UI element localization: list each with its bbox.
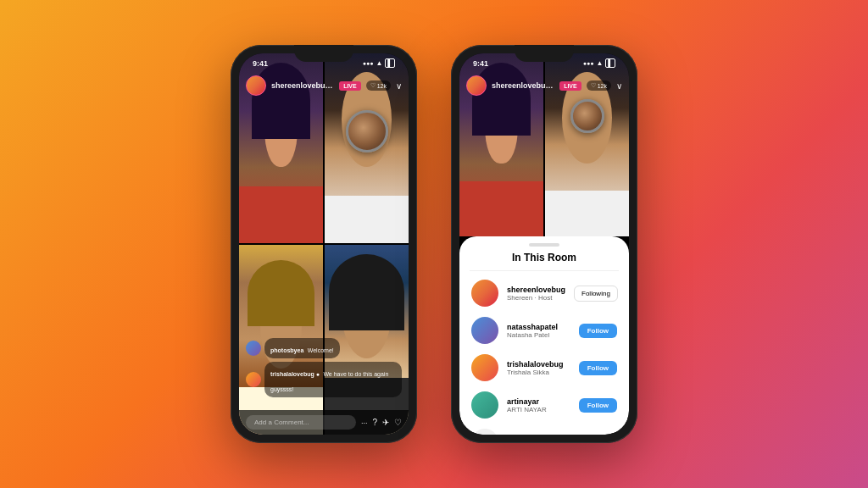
like-icon[interactable]: ♡ [394, 418, 402, 427]
notch [294, 45, 353, 62]
comment-2: trishalalovebug ● We have to do this aga… [246, 362, 402, 397]
room-item-1: shereenlovebug Shereen · Host Following [459, 274, 629, 312]
signal-icon-right: ●●● [583, 60, 594, 66]
viewers-right: ♡ 12k [587, 80, 611, 91]
room-info-2: natasshapatel Natasha Patel [507, 323, 570, 339]
time-right: 9:41 [473, 59, 488, 68]
time-left: 9:41 [253, 59, 268, 68]
bottom-bar-left: Add a Comment... ··· ? ✈ ♡ [239, 410, 409, 435]
comment-bubble-1: photosbyea Welcome! [264, 338, 340, 358]
room-username-3: trishalalovebug [507, 360, 570, 369]
room-info-4: artinayar ARTI NAYAR [507, 397, 570, 413]
battery-icon-left: ▌ [385, 58, 395, 68]
room-avatar-1 [471, 280, 498, 307]
live-header-left: shereenlovebug, n... LIVE ♡ 12k ∨ [239, 72, 409, 99]
room-username-2: natasshapatel [507, 323, 570, 331]
phone-screen-right: 9:41 ●●● ▲ ▌ shereenlovebug, n... LIVE ♡… [459, 53, 629, 435]
live-badge-left: LIVE [339, 81, 361, 91]
room-list: shereenlovebug Shereen · Host Following … [459, 271, 629, 435]
right-phone: 9:41 ●●● ▲ ▌ shereenlovebug, n... LIVE ♡… [451, 45, 637, 443]
heart-icon-left: ♡ [370, 82, 376, 89]
room-avatar-2 [471, 317, 498, 344]
question-icon[interactable]: ? [372, 418, 377, 427]
room-item-4: artinayar ARTI NAYAR Follow [459, 386, 629, 424]
live-header-right: shereenlovebug, n... LIVE ♡ 12k ∨ [459, 72, 629, 99]
room-item-2: natasshapatel Natasha Patel Follow [459, 312, 629, 349]
notch-right [515, 45, 574, 62]
room-info-1: shereenlovebug Shereen · Host [507, 286, 565, 302]
follow-button-3[interactable]: Follow [579, 361, 617, 375]
host-avatar-right [466, 75, 487, 96]
room-displayname-2: Natasha Patel [507, 331, 570, 339]
host-username-left: shereenlovebug, n... [271, 81, 334, 90]
viewers-left: ♡ 12k [366, 80, 391, 91]
status-icons-left: ●●● ▲ ▌ [363, 58, 395, 68]
wifi-icon-left: ▲ [376, 59, 382, 67]
follow-button-2[interactable]: Follow [579, 324, 617, 338]
left-phone: 9:41 ●●● ▲ ▌ shereenlovebug, n... LIVE ♡… [231, 45, 417, 443]
comment-input-left[interactable]: Add a Comment... [246, 415, 356, 430]
request-join-icon [471, 429, 498, 435]
phone-screen-left: 9:41 ●●● ▲ ▌ shereenlovebug, n... LIVE ♡… [239, 53, 409, 435]
host-avatar-left [246, 75, 266, 96]
battery-icon-right: ▌ [605, 58, 615, 68]
live-badge-right: LIVE [559, 81, 581, 91]
room-displayname-3: Trishala Sikka [507, 369, 570, 376]
comment-avatar-2 [246, 372, 261, 387]
room-displayname-4: ARTI NAYAR [507, 406, 570, 413]
signal-icon-left: ●●● [363, 60, 374, 66]
status-icons-right: ●●● ▲ ▌ [583, 58, 615, 68]
comment-1: photosbyea Welcome! [246, 338, 402, 358]
more-icon[interactable]: ··· [361, 419, 368, 427]
follow-button-4[interactable]: Follow [579, 398, 617, 413]
chevron-right[interactable]: ∨ [616, 81, 622, 91]
following-button-1[interactable]: Following [574, 286, 618, 302]
host-username-right: shereenlovebug, n... [492, 81, 554, 90]
room-username-4: artinayar [507, 397, 570, 406]
room-avatar-3 [471, 354, 498, 381]
wifi-icon-right: ▲ [596, 59, 603, 67]
heart-icon-right: ♡ [591, 82, 596, 89]
share-icon[interactable]: ✈ [382, 418, 389, 427]
comments-overlay-left: photosbyea Welcome! trishalalovebug ● We… [239, 338, 409, 401]
panel-handle [529, 243, 559, 247]
comment-avatar-1 [246, 341, 261, 356]
room-username-1: shereenlovebug [507, 286, 565, 294]
comment-bubble-2: trishalalovebug ● We have to do this aga… [264, 362, 402, 397]
room-info-3: trishalalovebug Trishala Sikka [507, 360, 570, 376]
request-to-join-row[interactable]: Request to Join [459, 424, 629, 435]
panel-title: In This Room [470, 252, 619, 271]
in-this-room-panel: In This Room shereenlovebug Shereen · Ho… [459, 236, 629, 435]
room-avatar-4 [471, 391, 498, 419]
room-item-3: trishalalovebug Trishala Sikka Follow [459, 349, 629, 386]
room-displayname-1: Shereen · Host [507, 294, 565, 302]
chevron-left[interactable]: ∨ [396, 81, 402, 91]
